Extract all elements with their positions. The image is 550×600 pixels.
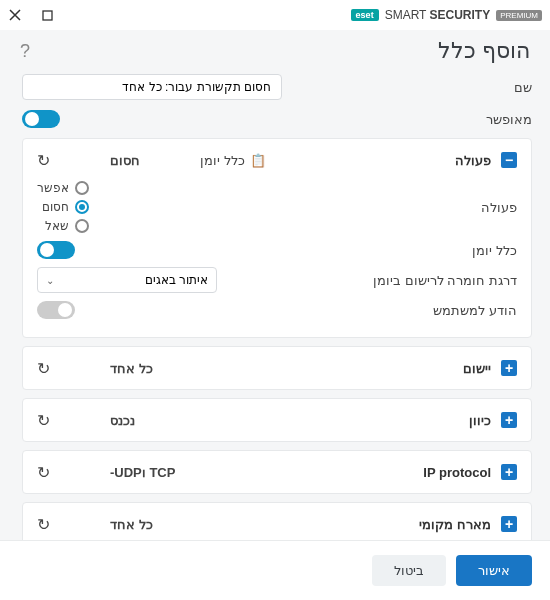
svg-rect-0 (43, 11, 52, 20)
expand-icon[interactable]: + (501, 360, 517, 376)
reset-icon[interactable]: ↻ (37, 359, 50, 378)
name-row: שם (22, 74, 532, 100)
panel-action: − פעולה ↻ חסום 📋 כלל יומן פעולה (22, 138, 532, 338)
maximize-icon[interactable] (40, 8, 54, 22)
brand-badge: eset (351, 9, 379, 21)
severity-row: דרגת חומרה לרישום ביומן איתור באגים ⌄ (37, 267, 517, 293)
brand-name: SMART SECURITY (385, 8, 491, 22)
severity-select[interactable]: איתור באגים ⌄ (37, 267, 217, 293)
radio-allow[interactable]: אפשר (37, 181, 89, 195)
radio-block[interactable]: חסום (37, 200, 89, 214)
panel-proto-title: IP protocol (423, 465, 491, 480)
chevron-down-icon: ⌄ (46, 275, 54, 286)
content-scroll[interactable]: שם מאופשר − פעולה ↻ חסום 📋 כלל יומן (0, 74, 550, 540)
panel-app: +יישום↻כל אחד (22, 346, 532, 390)
panel-app-summary: כל אחד (110, 361, 153, 376)
panel-local: +מארח מקומי↻כל אחד (22, 502, 532, 540)
help-icon[interactable]: ? (20, 41, 30, 62)
reset-icon[interactable]: ↻ (37, 151, 50, 170)
panel-action-summary: חסום (110, 153, 140, 168)
action-radio-group: אפשר חסום שאל (37, 181, 89, 233)
reset-icon[interactable]: ↻ (37, 411, 50, 430)
cancel-button[interactable]: ביטול (372, 555, 446, 586)
expand-icon[interactable]: + (501, 516, 517, 532)
panel-dir-title: כיוון (469, 413, 491, 428)
panel-proto: +IP protocol↻-UDPו TCP (22, 450, 532, 494)
radio-ask[interactable]: שאל (37, 219, 89, 233)
page-title: הוסף כלל (438, 38, 530, 64)
window-controls (8, 8, 54, 22)
brand-premium-tag: PREMIUM (496, 10, 542, 21)
reset-icon[interactable]: ↻ (37, 515, 50, 534)
panel-local-summary: כל אחד (110, 517, 153, 532)
clipboard-icon: 📋 (250, 153, 266, 168)
panel-local-title: מארח מקומי (419, 517, 491, 532)
reset-icon[interactable]: ↻ (37, 463, 50, 482)
enabled-row: מאופשר (22, 110, 532, 128)
name-label: שם (412, 80, 532, 95)
panel-app-title: יישום (463, 361, 491, 376)
panel-dir-summary: נכנס (110, 413, 135, 428)
panel-action-title: פעולה (455, 153, 491, 168)
name-input[interactable] (22, 74, 282, 100)
log-rule-row: כלל יומן (37, 241, 517, 259)
enabled-toggle[interactable] (22, 110, 60, 128)
notify-toggle[interactable] (37, 301, 75, 319)
notify-row: הודע למשתמש (37, 301, 517, 319)
dialog-footer: אישור ביטול (0, 540, 550, 600)
panel-dir: +כיוון↻נכנס (22, 398, 532, 442)
log-rule-toggle[interactable] (37, 241, 75, 259)
panel-proto-summary: -UDPו TCP (110, 465, 175, 480)
expand-icon[interactable]: + (501, 464, 517, 480)
close-icon[interactable] (8, 8, 22, 22)
action-radio-row: פעולה אפשר חסום שאל (37, 181, 517, 233)
brand: eset SMART SECURITY PREMIUM (351, 8, 542, 22)
title-bar: eset SMART SECURITY PREMIUM (0, 0, 550, 30)
expand-icon[interactable]: + (501, 412, 517, 428)
page-header: הוסף כלל ? (0, 30, 550, 74)
collapse-icon[interactable]: − (501, 152, 517, 168)
enabled-label: מאופשר (412, 112, 532, 127)
ok-button[interactable]: אישור (456, 555, 532, 586)
log-rule-chip: 📋 כלל יומן (200, 153, 266, 168)
